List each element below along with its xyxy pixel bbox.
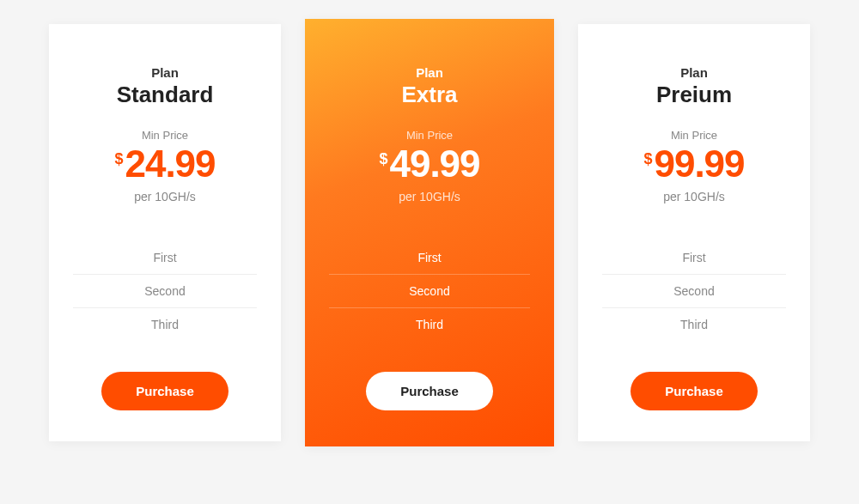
per-unit-label: per 10GH/s bbox=[602, 190, 786, 203]
price-value: 49.99 bbox=[389, 145, 479, 183]
feature-item: Third bbox=[73, 308, 257, 341]
plan-label: Plan bbox=[73, 65, 257, 80]
feature-item: First bbox=[329, 241, 530, 275]
pricing-card-extra: Plan Extra Min Price $ 49.99 per 10GH/s … bbox=[305, 19, 554, 446]
currency-symbol: $ bbox=[379, 150, 387, 168]
purchase-button[interactable]: Purchase bbox=[366, 372, 493, 410]
plan-name: Standard bbox=[73, 82, 257, 108]
price-row: $ 49.99 bbox=[329, 145, 530, 183]
feature-list: First Second Third bbox=[329, 241, 530, 341]
plan-label: Plan bbox=[602, 65, 786, 80]
feature-item: Second bbox=[602, 275, 786, 308]
feature-item: Third bbox=[602, 308, 786, 341]
currency-symbol: $ bbox=[643, 150, 652, 168]
price-row: $ 24.99 bbox=[73, 145, 257, 183]
plan-label: Plan bbox=[329, 65, 530, 80]
feature-item: First bbox=[602, 241, 786, 275]
feature-item: Second bbox=[329, 275, 530, 308]
feature-list: First Second Third bbox=[73, 241, 257, 341]
per-unit-label: per 10GH/s bbox=[73, 190, 257, 203]
plan-name: Extra bbox=[329, 82, 530, 108]
feature-list: First Second Third bbox=[602, 241, 786, 341]
pricing-card-standard: Plan Standard Min Price $ 24.99 per 10GH… bbox=[49, 24, 281, 441]
min-price-label: Min Price bbox=[602, 129, 786, 142]
feature-item: Second bbox=[73, 275, 257, 308]
plan-name: Preium bbox=[602, 82, 786, 108]
price-value: 24.99 bbox=[125, 145, 215, 183]
min-price-label: Min Price bbox=[329, 129, 530, 142]
feature-item: First bbox=[73, 241, 257, 275]
price-row: $ 99.99 bbox=[602, 145, 786, 183]
min-price-label: Min Price bbox=[73, 129, 257, 142]
price-value: 99.99 bbox=[654, 145, 744, 183]
purchase-button[interactable]: Purchase bbox=[101, 372, 228, 410]
pricing-card-premium: Plan Preium Min Price $ 99.99 per 10GH/s… bbox=[578, 24, 810, 441]
feature-item: Third bbox=[329, 308, 530, 341]
purchase-button[interactable]: Purchase bbox=[631, 372, 758, 410]
per-unit-label: per 10GH/s bbox=[329, 190, 530, 203]
currency-symbol: $ bbox=[114, 150, 123, 168]
